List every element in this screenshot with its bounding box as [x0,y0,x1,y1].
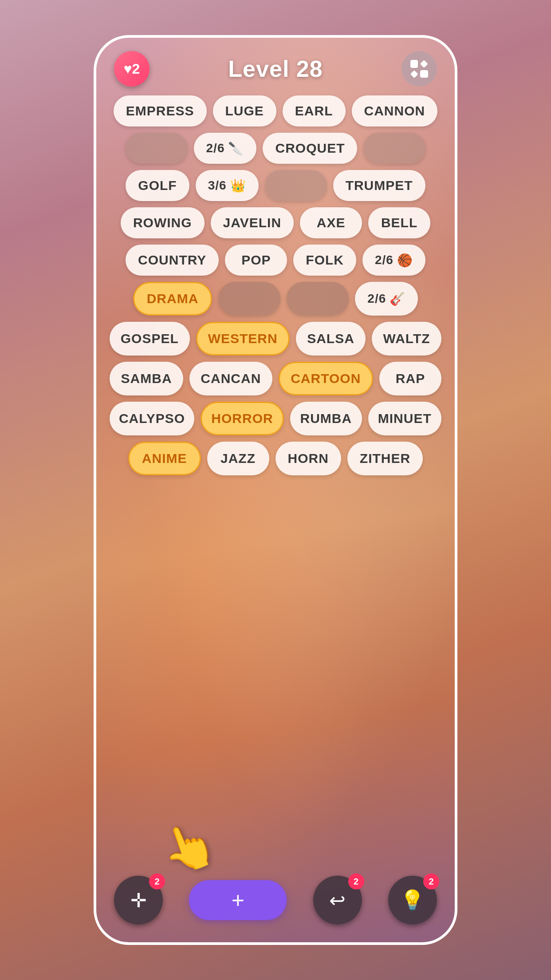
move-icon: ✛ [130,889,147,912]
word-javelin[interactable]: JAVELIN [211,207,294,238]
sq3 [410,70,418,78]
word-pop[interactable]: POP [225,245,287,276]
lives-count: 2 [132,61,140,77]
word-folk[interactable]: FOLK [293,245,356,276]
word-anime[interactable]: ANIME [128,442,201,475]
guitar-icon: 🎸 [390,292,405,306]
words-container: EMPRESS LUGE EARL CANNON 2/6 🔪 CROQUET G… [96,91,455,867]
hint-icon: 💡 [400,889,425,912]
word-row-4: COUNTRY POP FOLK 2/6 🏀 [110,245,441,276]
word-axe[interactable]: AXE [300,207,362,238]
word-row-9: ANIME JAZZ HORN ZITHER [110,442,441,475]
heart-icon: ♥ [124,61,132,77]
word-rowing[interactable]: ROWING [121,207,205,238]
word-drama[interactable]: DRAMA [133,282,213,316]
word-rumba[interactable]: RUMBA [290,402,362,435]
word-row-8: CALYPSO HORROR RUMBA MINUET [110,402,441,435]
word-horror[interactable]: HORROR [201,402,284,435]
word-zither[interactable]: ZITHER [347,442,423,475]
word-country[interactable]: COUNTRY [126,245,219,276]
word-row-6: GOSPEL WESTERN SALSA WALTZ [110,322,441,356]
sq4 [420,70,428,78]
word-row-1: 2/6 🔪 CROQUET [110,133,441,164]
undo-badge: 2 [348,873,364,889]
plus-icon: + [232,887,244,913]
move-button[interactable]: ✛ 2 [114,876,163,925]
word-trumpet[interactable]: TRUMPET [333,170,425,201]
word-cartoon[interactable]: CARTOON [279,362,374,395]
word-dim-1a [126,133,188,164]
word-cancan[interactable]: CANCAN [189,362,272,395]
word-rap[interactable]: RAP [379,362,441,395]
knife-icon: 🔪 [228,141,244,156]
word-earl[interactable]: EARL [283,95,346,126]
word-jazz[interactable]: JAZZ [207,442,269,475]
undo-icon: ↩ [329,889,346,912]
word-waltz[interactable]: WALTZ [372,322,441,356]
word-luge[interactable]: LUGE [213,95,276,126]
word-cannon[interactable]: CANNON [352,95,438,126]
word-horn[interactable]: HORN [276,442,341,475]
basketball-icon: 🏀 [397,253,413,268]
lives-badge: ♥ 2 [114,51,150,87]
word-dim-2c [265,170,327,201]
word-samba[interactable]: SAMBA [110,362,183,395]
word-dim-5b [218,282,280,316]
word-row-2: GOLF 3/6 👑 TRUMPET [110,170,441,201]
word-dim-1d [363,133,425,164]
word-counter-guitar[interactable]: 2/6 🎸 [355,282,418,316]
move-badge: 2 [149,873,165,889]
word-row-3: ROWING JAVELIN AXE BELL [110,207,441,238]
sq2 [421,60,428,67]
word-counter-crown[interactable]: 3/6 👑 [196,170,259,201]
phone-frame: ♥ 2 Level 28 EMPRESS LUGE EARL CANNON 2/… [94,35,457,945]
bottom-bar: ✛ 2 + ↩ 2 💡 2 [96,867,455,942]
add-button[interactable]: + [189,880,287,920]
word-croquet[interactable]: CROQUET [263,133,357,164]
hint-badge: 2 [423,873,439,889]
word-salsa[interactable]: SALSA [296,322,366,356]
word-row-5: DRAMA 2/6 🎸 [110,282,441,316]
header: ♥ 2 Level 28 [96,38,455,91]
undo-button[interactable]: ↩ 2 [313,876,362,925]
word-western[interactable]: WESTERN [196,322,290,356]
word-row-0: EMPRESS LUGE EARL CANNON [110,95,441,126]
word-gospel[interactable]: GOSPEL [110,322,190,356]
menu-button[interactable] [401,51,437,87]
word-counter-basketball[interactable]: 2/6 🏀 [362,245,425,276]
crown-icon: 👑 [230,178,246,193]
word-row-7: SAMBA CANCAN CARTOON RAP [110,362,441,395]
word-empress[interactable]: EMPRESS [114,95,207,126]
menu-grid-icon [410,60,428,78]
word-counter-knife[interactable]: 2/6 🔪 [194,133,257,164]
word-dim-5c [287,282,349,316]
word-golf[interactable]: GOLF [126,170,189,201]
word-bell[interactable]: BELL [368,207,430,238]
hint-button[interactable]: 💡 2 [388,876,437,925]
word-minuet[interactable]: MINUET [368,402,441,435]
sq1 [410,60,418,68]
level-title: Level 28 [228,55,323,82]
word-calypso[interactable]: CALYPSO [110,402,194,435]
